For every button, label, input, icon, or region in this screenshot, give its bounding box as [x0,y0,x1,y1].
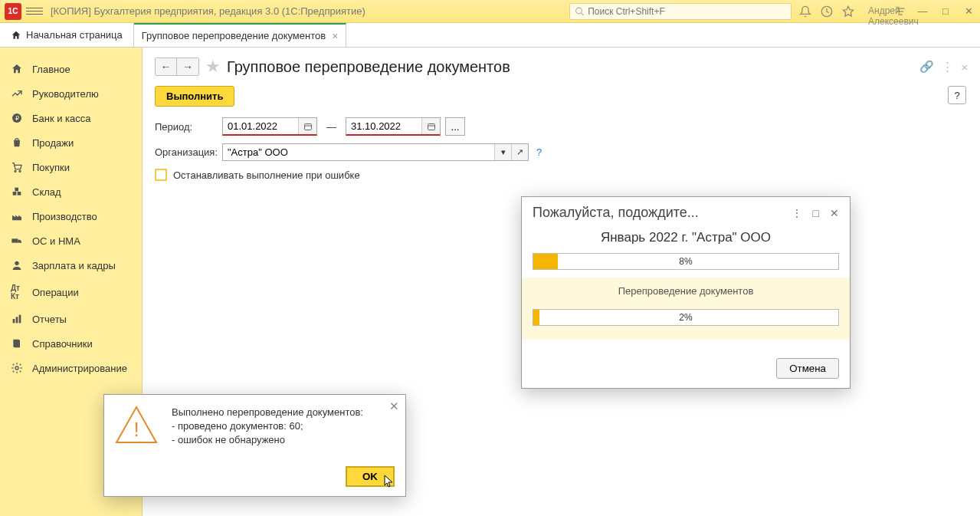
nav-operations[interactable]: ДтКтОперации [0,278,142,307]
nav-label: Банк и касса [32,113,91,124]
nav-arrows: ← → [155,58,199,76]
bell-icon[interactable] [799,5,811,18]
page-title: Групповое перепроведение документов [227,58,510,76]
nav-assets[interactable]: ОС и НМА [0,228,142,253]
user-name[interactable]: Андрей Алексеевич [868,5,880,18]
execute-button[interactable]: Выполнить [155,86,234,107]
svg-rect-11 [13,192,17,196]
svg-rect-13 [15,188,18,192]
svg-rect-19 [16,317,18,323]
date-from-input[interactable] [223,118,298,134]
bars-icon [11,313,23,325]
svg-rect-12 [18,192,21,196]
more-icon[interactable]: ⋮ [942,60,953,74]
back-button[interactable]: ← [156,58,177,75]
ok-button[interactable]: OK [346,466,395,487]
progress-pct-2: 2% [533,310,838,325]
progress-subtitle: Январь 2022 г. "Астра" ООО [533,230,839,245]
star-icon[interactable] [842,5,854,18]
nav-label: Покупки [32,162,70,173]
settings-lines-icon[interactable] [894,5,906,18]
svg-point-17 [15,261,18,265]
hamburger-icon[interactable] [26,3,43,20]
nav-main[interactable]: Главное [0,57,142,81]
close-window-button[interactable]: ✕ [962,5,975,18]
home-icon [11,30,21,41]
home-tab-label: Начальная страница [26,29,123,41]
bag-icon [11,136,23,149]
nav-label: Администрирование [32,363,127,374]
warning-icon: ! [115,406,158,444]
period-picker-button[interactable]: ... [445,117,465,136]
nav-bank[interactable]: ₽Банк и касса [0,106,142,130]
svg-rect-24 [428,123,434,130]
calendar-from-icon[interactable] [298,118,316,134]
nav-catalogs[interactable]: Справочники [0,331,142,356]
global-search[interactable] [569,3,792,20]
dialog-more-icon[interactable]: ⋮ [792,207,802,219]
dialog-close-icon[interactable]: ✕ [830,207,839,219]
msg-close-icon[interactable]: ✕ [389,399,399,413]
svg-point-10 [19,170,21,172]
trend-icon [11,87,23,100]
nav-manager[interactable]: Руководителю [0,81,142,106]
svg-marker-3 [843,6,853,16]
svg-text:!: ! [133,418,139,441]
favorite-star-icon[interactable]: ★ [205,57,221,77]
link-icon[interactable]: 🔗 [919,60,934,74]
close-page-icon[interactable]: × [961,61,968,74]
forward-button[interactable]: → [177,58,198,75]
help-button[interactable]: ? [948,86,966,104]
close-tab-icon[interactable]: × [332,30,338,42]
dtkt-icon: ДтКт [11,284,23,301]
org-help-icon[interactable]: ? [536,146,542,158]
stop-on-error-checkbox[interactable] [155,169,167,181]
nav-reports[interactable]: Отчеты [0,307,142,331]
person-icon [11,259,23,271]
nav-production[interactable]: Производство [0,204,142,228]
nav-sales[interactable]: Продажи [0,130,142,155]
app-title: [КОПИЯ] Бухгалтерия предприятия, редакци… [51,5,365,17]
dialog-maximize-icon[interactable]: □ [813,207,819,219]
progress-status: Перепроведение документов [522,285,850,297]
svg-point-15 [13,243,15,245]
nav-label: Продажи [32,137,74,149]
msg-text: Выполнено перепроведение документов: - п… [172,406,363,448]
app-logo: 1C [5,3,21,20]
search-input[interactable] [588,6,786,17]
date-to-input[interactable] [346,118,421,134]
nav-hr[interactable]: Зарплата и кадры [0,253,142,278]
active-tab-label: Групповое перепроведение документов [142,30,326,41]
nav-label: Справочники [32,338,93,350]
nav-label: Руководителю [32,88,99,100]
svg-point-21 [15,366,18,370]
period-label: Период: [155,121,218,133]
calendar-to-icon[interactable] [421,118,440,134]
stop-on-error-label: Останавливать выполнение при ошибке [173,169,360,181]
cart-icon [11,161,23,173]
nav-admin[interactable]: Администрирование [0,356,142,380]
ok-label: OK [362,471,378,482]
home-tab[interactable]: Начальная страница [0,23,134,47]
svg-line-1 [581,12,583,15]
nav-warehouse[interactable]: Склад [0,179,142,204]
factory-icon [11,210,23,222]
svg-rect-22 [304,123,311,130]
nav-label: Склад [32,186,61,198]
book-icon [11,337,23,350]
progress-pct-1: 8% [533,254,838,269]
svg-rect-18 [13,319,15,323]
org-input[interactable] [223,144,494,160]
progress-dialog-title: Пожалуйста, подождите... [533,205,792,221]
org-open-icon[interactable]: ↗ [511,144,528,160]
nav-label: Главное [32,64,70,75]
org-dropdown-icon[interactable]: ▾ [494,144,511,160]
svg-point-16 [18,243,21,245]
progress-dialog: Пожалуйста, подождите... ⋮ □ ✕ Январь 20… [521,196,851,389]
nav-purchases[interactable]: Покупки [0,155,142,179]
history-icon[interactable] [821,5,833,18]
cancel-button[interactable]: Отмена [776,358,839,379]
active-tab[interactable]: Групповое перепроведение документов × [134,23,347,47]
maximize-button[interactable]: □ [939,5,952,18]
minimize-button[interactable]: — [916,5,929,18]
